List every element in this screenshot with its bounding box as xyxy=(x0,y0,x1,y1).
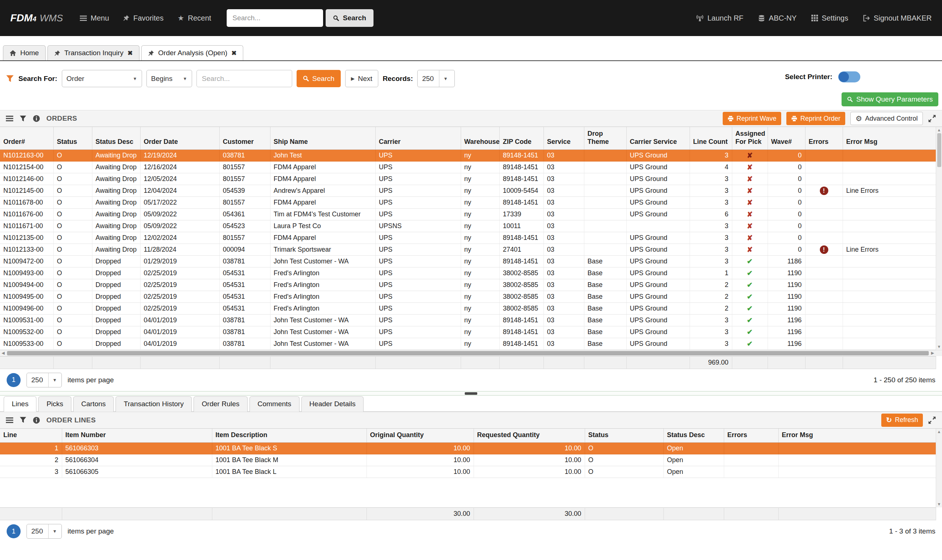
cell-ship_name[interactable]: John Test Customer - WA xyxy=(270,255,375,267)
printer-toggle[interactable] xyxy=(838,71,860,82)
cell-order_date[interactable]: 05/17/2022 xyxy=(140,197,219,208)
cell-status_desc[interactable]: Awaiting Drop xyxy=(92,185,140,197)
refresh-button[interactable]: ↻ Refresh xyxy=(881,414,923,427)
cell-assigned_for_pick[interactable]: ✘ xyxy=(732,208,768,220)
cell-warehouse[interactable]: ny xyxy=(461,279,499,291)
cell-ship_name[interactable]: FDM4 Apparel xyxy=(270,161,375,173)
table-row[interactable]: N1012146-00OAwaiting Drop12/05/202480155… xyxy=(0,173,936,185)
cell-service[interactable]: 03 xyxy=(543,173,584,185)
cell-assigned_for_pick[interactable]: ✘ xyxy=(732,197,768,208)
cell-drop_theme[interactable] xyxy=(584,185,626,197)
cell-warehouse[interactable]: ny xyxy=(461,314,499,326)
cell-assigned_for_pick[interactable]: ✔ xyxy=(732,291,768,302)
cell-zip_code[interactable]: 17339 xyxy=(499,208,543,220)
cell-warehouse[interactable]: ny xyxy=(461,302,499,314)
cell-order[interactable]: N1012145-00 xyxy=(0,185,53,197)
cell-status[interactable]: O xyxy=(53,314,92,326)
cell-errors[interactable] xyxy=(805,220,843,232)
detail-tab-lines[interactable]: Lines xyxy=(4,396,37,412)
cell-service[interactable]: 03 xyxy=(543,220,584,232)
cell-drop_theme[interactable] xyxy=(584,243,626,255)
cell-carrier_service[interactable]: UPS Ground xyxy=(626,255,690,267)
cell-carrier[interactable]: UPS xyxy=(375,208,461,220)
cell-carrier[interactable]: UPS xyxy=(375,197,461,208)
cell-carrier_service[interactable]: UPS Ground xyxy=(626,232,690,243)
table-row[interactable]: N1011678-00OAwaiting Drop05/17/202280155… xyxy=(0,197,936,208)
cell-customer[interactable]: 054539 xyxy=(219,185,270,197)
cell-order_date[interactable]: 04/01/2019 xyxy=(140,314,219,326)
cell-warehouse[interactable]: ny xyxy=(461,220,499,232)
cell-carrier[interactable]: UPS xyxy=(375,243,461,255)
cell-customer[interactable]: 801557 xyxy=(219,173,270,185)
cell-order_date[interactable]: 02/25/2019 xyxy=(140,267,219,279)
page-1-button[interactable]: 1 xyxy=(7,373,21,387)
cell-order_date[interactable]: 05/09/2022 xyxy=(140,220,219,232)
recent-button[interactable]: ★ Recent xyxy=(178,14,211,22)
cell-status[interactable]: O xyxy=(53,255,92,267)
tab-home[interactable]: Home xyxy=(3,45,46,60)
cell-carrier[interactable]: UPS xyxy=(375,161,461,173)
cell-wave[interactable]: 0 xyxy=(768,232,805,243)
table-row[interactable]: N1009493-00ODropped02/25/2019054531Fred'… xyxy=(0,267,936,279)
column-header-ship_name[interactable]: Ship Name xyxy=(270,127,375,149)
cell-drop_theme[interactable] xyxy=(584,220,626,232)
cell-status[interactable]: O xyxy=(53,173,92,185)
column-header-carrier[interactable]: Carrier xyxy=(375,127,461,149)
cell-carrier[interactable]: UPS xyxy=(375,149,461,161)
cell-zip_code[interactable]: 89148-1451 xyxy=(499,255,543,267)
cell-order[interactable]: N1009472-00 xyxy=(0,255,53,267)
cell-customer[interactable]: 801557 xyxy=(219,161,270,173)
cell-carrier[interactable]: UPS xyxy=(375,173,461,185)
cell-error_msg[interactable] xyxy=(843,267,936,279)
cell-errors[interactable] xyxy=(805,232,843,243)
cell-line_count[interactable]: 3 xyxy=(690,314,732,326)
cell-carrier_service[interactable]: UPS Ground xyxy=(626,149,690,161)
cell-status_desc[interactable]: Dropped xyxy=(92,279,140,291)
table-row[interactable]: N1012154-00OAwaiting Drop12/16/202480155… xyxy=(0,161,936,173)
cell-errors[interactable] xyxy=(805,197,843,208)
column-header-requested_quantity[interactable]: Requested Quantity xyxy=(474,429,585,443)
cell-errors[interactable] xyxy=(805,149,843,161)
search-operator-select[interactable]: Begins ▼ xyxy=(146,70,192,87)
cell-errors[interactable] xyxy=(805,291,843,302)
table-row[interactable]: N1009532-00ODropped04/01/2019038781John … xyxy=(0,326,936,338)
cell-assigned_for_pick[interactable]: ✔ xyxy=(732,279,768,291)
cell-wave[interactable]: 0 xyxy=(768,161,805,173)
lines-vertical-scrollbar[interactable]: ▲ ▼ xyxy=(936,429,942,508)
cell-status_desc[interactable]: Awaiting Drop xyxy=(92,161,140,173)
cell-order_date[interactable]: 12/19/2024 xyxy=(140,149,219,161)
cell-error_msg[interactable] xyxy=(843,291,936,302)
cell-wave[interactable]: 1196 xyxy=(768,326,805,338)
cell-order_date[interactable]: 12/05/2024 xyxy=(140,173,219,185)
cell-errors[interactable] xyxy=(805,338,843,349)
cell-carrier_service[interactable] xyxy=(626,220,690,232)
cell-error_msg[interactable] xyxy=(843,173,936,185)
cell-zip_code[interactable]: 38002-8585 xyxy=(499,267,543,279)
cell-order_date[interactable]: 12/02/2024 xyxy=(140,232,219,243)
scrollbar-thumb[interactable] xyxy=(937,133,941,167)
cell-errors[interactable] xyxy=(805,314,843,326)
cell-customer[interactable]: 054531 xyxy=(219,267,270,279)
cell-wave[interactable]: 1190 xyxy=(768,279,805,291)
cell-carrier_service[interactable]: UPS Ground xyxy=(626,291,690,302)
cell-errors[interactable] xyxy=(724,454,778,466)
cell-carrier_service[interactable]: UPS Ground xyxy=(626,197,690,208)
cell-errors[interactable] xyxy=(805,326,843,338)
cell-line_count[interactable]: 3 xyxy=(690,338,732,349)
tab-transaction-inquiry[interactable]: Transaction Inquiry ✖ xyxy=(48,45,140,60)
column-header-wave[interactable]: Wave# xyxy=(768,127,805,149)
cell-order[interactable]: N1009496-00 xyxy=(0,302,53,314)
cell-customer[interactable]: 801557 xyxy=(219,197,270,208)
cell-error_msg[interactable] xyxy=(843,220,936,232)
cell-status_desc[interactable]: Awaiting Drop xyxy=(92,220,140,232)
cell-wave[interactable]: 1190 xyxy=(768,302,805,314)
cell-carrier[interactable]: UPS xyxy=(375,291,461,302)
cell-error_msg[interactable] xyxy=(843,161,936,173)
cell-item_number[interactable]: 561066305 xyxy=(62,466,212,478)
cell-zip_code[interactable]: 89148-1451 xyxy=(499,197,543,208)
cell-carrier[interactable]: UPS xyxy=(375,326,461,338)
cell-status_desc[interactable]: Awaiting Drop xyxy=(92,243,140,255)
cell-customer[interactable]: 038781 xyxy=(219,326,270,338)
cell-carrier_service[interactable]: UPS Ground xyxy=(626,267,690,279)
cell-order[interactable]: N1009531-00 xyxy=(0,314,53,326)
